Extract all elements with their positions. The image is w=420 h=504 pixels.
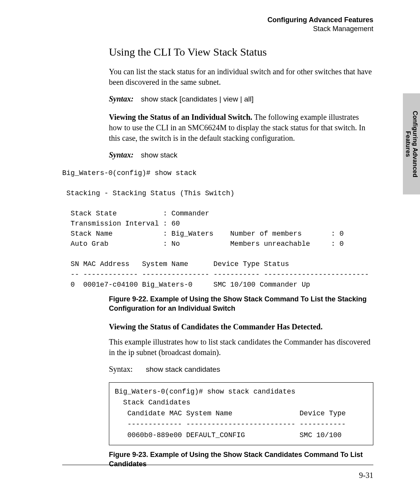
figure-caption-2: Figure 9-23. Example of Using the Show S… [109, 450, 373, 469]
syntax-line-1: Syntax: show stack [candidates | view | … [109, 94, 373, 104]
side-tab: Configuring Advanced Features [403, 93, 420, 194]
cli-output-2: Big_Waters-0(config)# show stack candida… [109, 382, 373, 445]
page-header: Configuring Advanced Features Stack Mana… [62, 16, 373, 34]
intro-paragraph: You can list the stack status for an ind… [109, 66, 373, 88]
section-title: Using the CLI To View Stack Status [109, 45, 373, 60]
page: Configuring Advanced Features Stack Mana… [0, 0, 420, 504]
page-number: 9-31 [359, 470, 373, 481]
syntax-label-3: Syntax: [109, 364, 144, 374]
subsection-2-body: This example illustrates how to list sta… [109, 337, 373, 358]
header-subtitle: Stack Management [313, 25, 373, 33]
side-tab-label: Configuring Advanced Features [404, 111, 419, 177]
cli-output-1: Big_Waters-0(config)# show stack Stackin… [62, 168, 373, 290]
header-title: Configuring Advanced Features [268, 16, 373, 24]
subsection-2-head: Viewing the Status of Candidates the Com… [109, 322, 373, 332]
syntax-text: show stack [candidates | view | all] [141, 95, 254, 103]
syntax-label: Syntax: [109, 94, 133, 103]
syntax-label-2: Syntax: [109, 150, 133, 159]
syntax-text-3: show stack candidates [146, 365, 220, 373]
figure-caption-1: Figure 9-22. Example of Using the Show S… [109, 294, 373, 313]
syntax-line-3: Syntax: show stack candidates [109, 364, 373, 374]
footer-rule [62, 465, 373, 465]
subsection-1: Viewing the Status of an Individual Swit… [109, 112, 373, 144]
syntax-line-2: Syntax: show stack [109, 150, 373, 160]
subsection-1-lead: Viewing the Status of an Individual Swit… [109, 113, 252, 121]
content-column: Using the CLI To View Stack Status You c… [109, 45, 373, 469]
syntax-text-2: show stack [141, 151, 177, 159]
